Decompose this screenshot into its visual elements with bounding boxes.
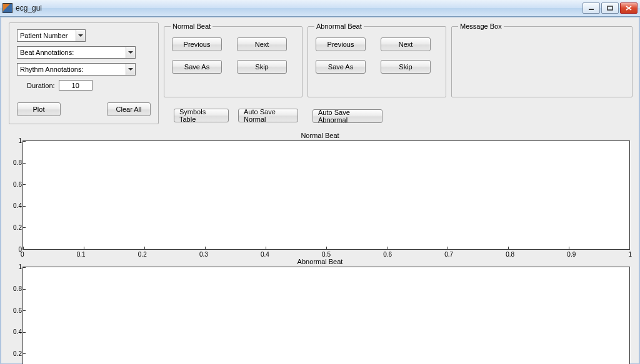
normal-beat-plot: Normal Beat 10.80.60.40.20 00.10.20.30.4… (8, 132, 632, 253)
xtick-label: 1 (628, 251, 632, 258)
beat-annotations-select[interactable]: Beat Annotations: (17, 46, 136, 59)
normal-previous-button[interactable]: Previous (172, 37, 222, 51)
xtick-label: 0.8 (506, 251, 514, 258)
abnormal-save-as-button[interactable]: Save As (316, 60, 366, 74)
abnormal-skip-button[interactable]: Skip (381, 60, 431, 74)
xtick-label: 0.5 (322, 251, 331, 258)
ytick-label: 0.8 (7, 159, 22, 166)
ytick-label: 0.4 (7, 202, 22, 209)
message-box-legend: Message Box (458, 22, 504, 30)
abnormal-beat-group: Abnormal Beat Previous Next Save As Skip (308, 22, 446, 97)
chevron-down-icon (76, 30, 85, 41)
beat-annotations-label: Beat Annotations: (20, 49, 74, 56)
clear-all-button[interactable]: Clear All (107, 102, 151, 116)
abnormal-beat-legend: Abnormal Beat (314, 22, 364, 30)
ytick-label: 0.6 (7, 181, 22, 188)
close-button[interactable] (620, 2, 638, 14)
ytick-label: 0.4 (7, 328, 22, 335)
ytick-label: 1 (7, 263, 22, 270)
normal-skip-button[interactable]: Skip (237, 60, 287, 74)
plot-title-normal: Normal Beat (8, 132, 632, 139)
xtick-label: 0.4 (261, 251, 269, 258)
xtick-label: 0.6 (383, 251, 392, 258)
rhythm-annotations-select[interactable]: Rhythm Annotations: (17, 63, 136, 76)
svg-rect-1 (608, 6, 612, 10)
ytick-label: 1 (7, 137, 22, 144)
symbols-table-button[interactable]: Symbols Table (174, 109, 229, 122)
auto-save-normal-button[interactable]: Auto Save Normal (238, 109, 298, 122)
xtick-label: 0.7 (444, 251, 453, 258)
abnormal-next-button[interactable]: Next (381, 37, 431, 51)
message-box-group: Message Box (451, 22, 632, 97)
xtick-label: 0.9 (567, 251, 576, 258)
abnormal-beat-plot: Abnormal Beat 10.80.60.40.20 00.10.20.30… (8, 258, 632, 364)
duration-label: Duration: (27, 82, 55, 89)
duration-input[interactable] (59, 80, 92, 91)
minimize-button[interactable] (582, 2, 600, 14)
normal-next-button[interactable]: Next (237, 37, 287, 51)
ytick-label: 0.6 (7, 307, 22, 314)
ytick-label: 0.2 (7, 224, 22, 231)
rhythm-annotations-label: Rhythm Annotations: (20, 66, 84, 73)
ytick-label: 0.2 (7, 350, 22, 357)
chevron-down-icon (126, 47, 135, 58)
normal-beat-legend: Normal Beat (171, 22, 212, 30)
ytick-label: 0.8 (7, 285, 22, 292)
plot-button[interactable]: Plot (17, 102, 61, 116)
ytick-label: 0 (7, 246, 22, 253)
window-title: ecg_gui (16, 4, 579, 12)
controls-panel: Patient Number Beat Annotations: Rhythm … (9, 22, 159, 124)
normal-beat-axes: 10.80.60.40.20 00.10.20.30.40.50.60.70.8… (22, 140, 630, 250)
xtick-label: 0.2 (138, 251, 147, 258)
normal-save-as-button[interactable]: Save As (172, 60, 222, 74)
xtick-label: 0 (21, 251, 24, 258)
patient-number-label: Patient Number (20, 32, 68, 39)
patient-number-select[interactable]: Patient Number (17, 29, 86, 42)
normal-beat-group: Normal Beat Previous Next Save As Skip (164, 22, 302, 97)
xtick-label: 0.1 (77, 251, 86, 258)
app-icon (2, 3, 12, 13)
abnormal-previous-button[interactable]: Previous (316, 37, 366, 51)
maximize-button[interactable] (601, 2, 619, 14)
title-bar: ecg_gui (0, 0, 640, 17)
chevron-down-icon (126, 64, 135, 75)
abnormal-beat-axes: 10.80.60.40.20 00.10.20.30.40.50.60.70.8… (22, 267, 630, 364)
plot-title-abnormal: Abnormal Beat (8, 258, 632, 265)
xtick-label: 0.3 (199, 251, 208, 258)
auto-save-abnormal-button[interactable]: Auto Save Abnormal (312, 109, 382, 123)
